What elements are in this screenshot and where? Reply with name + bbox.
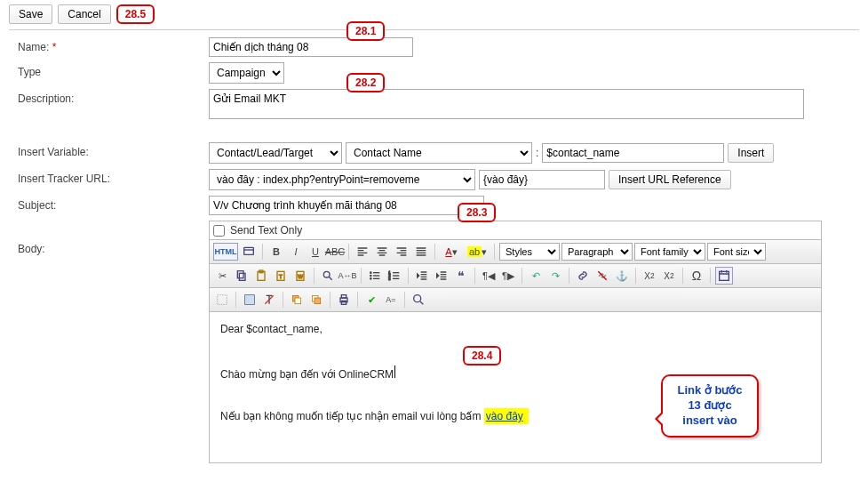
callout-28-4: 28.4 xyxy=(463,346,501,365)
svg-rect-25 xyxy=(341,301,346,304)
unlink-icon[interactable] xyxy=(593,267,611,285)
indent-icon[interactable] xyxy=(433,267,450,285)
svg-rect-16 xyxy=(720,271,729,280)
paste-text-icon[interactable]: T xyxy=(272,267,290,285)
strikethrough-icon[interactable]: ABC xyxy=(326,243,344,261)
align-left-icon[interactable] xyxy=(354,243,371,261)
attribute-icon[interactable]: A= xyxy=(382,291,400,309)
paste-word-icon[interactable]: W xyxy=(291,267,309,285)
print-icon[interactable] xyxy=(335,291,353,309)
link-icon[interactable] xyxy=(574,267,592,285)
editor-toolbar-row2: ✂ T W xyxy=(209,264,822,288)
description-textarea[interactable]: Gửi Email MKT xyxy=(209,89,804,119)
editor-toolbar-row1: HTML B I U ABC xyxy=(209,239,822,264)
separator xyxy=(9,29,859,30)
subject-label: Subject: xyxy=(9,196,209,212)
blockquote-icon[interactable]: ❝ xyxy=(452,267,470,285)
callout-28-1: 28.1 xyxy=(346,21,385,41)
copy-icon[interactable] xyxy=(233,267,251,285)
select-all-icon[interactable] xyxy=(241,291,259,309)
align-center-icon[interactable] xyxy=(373,243,391,261)
insert-variable-label: Insert Variable: xyxy=(9,142,209,158)
insert-button[interactable]: Insert xyxy=(728,143,774,163)
editor-body[interactable]: Dear $contact_name, Chào mừng bạn đến vớ… xyxy=(209,312,822,463)
font-family-select[interactable]: Font family xyxy=(634,243,705,261)
type-label: Type xyxy=(9,62,209,78)
subject-input[interactable] xyxy=(209,196,484,215)
redo-icon[interactable]: ↷ xyxy=(546,267,564,285)
backcolor-icon[interactable]: ab ▾ xyxy=(465,243,490,261)
tracker-url-input[interactable] xyxy=(479,170,605,189)
editor-toolbar-row3: ✔ A= xyxy=(209,288,822,312)
svg-rect-20 xyxy=(295,298,301,304)
type-select[interactable]: Campaign xyxy=(209,62,284,84)
svg-rect-2 xyxy=(237,271,243,278)
pilcrow-ltr-icon[interactable]: ¶▶ xyxy=(499,267,517,285)
name-label: Name: * xyxy=(9,37,209,53)
html-source-button[interactable]: HTML xyxy=(213,243,238,261)
callout-28-2: 28.2 xyxy=(346,73,385,92)
variable-token-input[interactable] xyxy=(542,143,724,163)
italic-icon[interactable]: I xyxy=(287,243,305,261)
outdent-icon[interactable] xyxy=(413,267,431,285)
svg-rect-1 xyxy=(239,273,245,280)
search-icon[interactable] xyxy=(319,267,337,285)
anchor-icon[interactable]: ⚓ xyxy=(613,267,631,285)
zoom-icon[interactable] xyxy=(410,291,427,309)
svg-text:3: 3 xyxy=(388,277,391,281)
paste-icon[interactable] xyxy=(252,267,270,285)
calendar-icon[interactable] xyxy=(715,267,733,285)
paragraph-select[interactable]: Paragraph xyxy=(561,243,633,261)
tracker-url-select[interactable]: vào đây : index.php?entryPoint=removeme xyxy=(209,169,475,190)
align-right-icon[interactable] xyxy=(393,243,410,261)
colon-text: : xyxy=(536,147,538,159)
bold-icon[interactable]: B xyxy=(267,243,285,261)
number-list-icon[interactable]: 123 xyxy=(386,267,403,285)
align-justify-icon[interactable] xyxy=(412,243,430,261)
bullet-list-icon[interactable] xyxy=(366,267,384,285)
annotation-bubble: Link ở bước 13 được insert vào xyxy=(661,374,759,438)
layer-backward-icon[interactable] xyxy=(307,291,325,309)
send-text-only-label: Send Text Only xyxy=(230,224,302,237)
callout-28-3: 28.3 xyxy=(458,203,496,222)
preview-icon[interactable] xyxy=(240,243,258,261)
callout-28-5: 28.5 xyxy=(116,4,155,24)
cut-icon[interactable]: ✂ xyxy=(213,267,231,285)
styles-select[interactable]: Styles xyxy=(499,243,560,261)
svg-point-26 xyxy=(414,295,421,302)
charmap-icon[interactable]: Ω xyxy=(688,267,705,285)
svg-rect-24 xyxy=(341,295,346,298)
svg-rect-0 xyxy=(244,247,254,254)
subscript-icon[interactable]: X2 xyxy=(641,267,658,285)
svg-point-12 xyxy=(370,278,371,279)
insert-url-reference-button[interactable]: Insert URL Reference xyxy=(609,170,731,189)
insert-tracker-label: Insert Tracker URL: xyxy=(9,169,209,185)
undo-icon[interactable]: ↶ xyxy=(527,267,545,285)
body-label: Body: xyxy=(9,239,209,255)
replace-icon[interactable]: A↔B xyxy=(338,267,356,285)
superscript-icon[interactable]: X2 xyxy=(660,267,678,285)
underline-icon[interactable]: U xyxy=(307,243,324,261)
svg-point-10 xyxy=(370,272,371,273)
font-size-select[interactable]: Font size xyxy=(707,243,766,261)
send-text-only-checkbox[interactable] xyxy=(213,225,225,237)
svg-point-9 xyxy=(323,271,330,277)
save-button[interactable]: Save xyxy=(9,4,52,24)
svg-text:W: W xyxy=(298,274,303,279)
spellcheck-icon[interactable]: ✔ xyxy=(362,291,380,309)
variable-category-select[interactable]: Contact/Lead/Target xyxy=(209,142,342,164)
forecolor-icon[interactable]: A ▾ xyxy=(440,243,463,261)
svg-rect-17 xyxy=(218,295,227,305)
svg-rect-18 xyxy=(245,295,255,305)
name-input[interactable] xyxy=(209,37,413,57)
variable-field-select[interactable]: Contact Name xyxy=(346,142,532,164)
body-line-1: Dear $contact_name, xyxy=(220,323,810,337)
inserted-link[interactable]: vào đây xyxy=(486,410,523,422)
remove-format-icon[interactable] xyxy=(260,291,278,309)
cancel-button[interactable]: Cancel xyxy=(58,4,110,24)
pilcrow-rtl-icon[interactable]: ¶◀ xyxy=(480,267,498,285)
svg-text:T: T xyxy=(279,274,283,279)
svg-rect-22 xyxy=(315,298,321,304)
layer-forward-icon[interactable] xyxy=(288,291,306,309)
dotted-border-icon[interactable] xyxy=(213,291,231,309)
